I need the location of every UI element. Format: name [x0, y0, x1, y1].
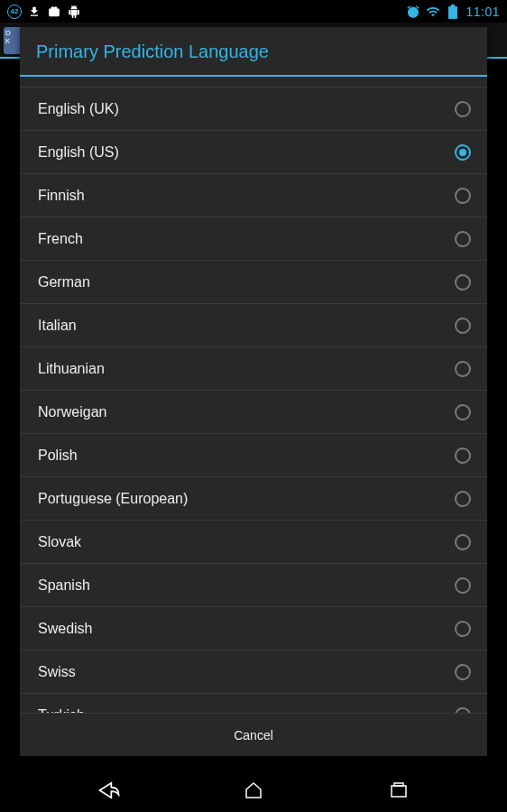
language-label: Swedish [38, 621, 455, 637]
status-right: 11:01 [406, 5, 500, 19]
language-label: Finnish [38, 188, 455, 204]
language-label: Norweigan [38, 404, 455, 420]
language-label: Spanish [38, 577, 455, 594]
dialog-list[interactable]: English (CA)English (UK)English (US)Finn… [20, 77, 487, 713]
radio-icon [455, 144, 471, 161]
wifi-icon [426, 5, 440, 19]
back-button[interactable] [73, 769, 145, 812]
recent-apps-button[interactable] [363, 769, 435, 812]
language-option[interactable]: Spanish [20, 564, 487, 607]
language-option[interactable]: Slovak [20, 521, 487, 564]
language-label: Slovak [38, 534, 455, 550]
radio-icon [455, 231, 471, 247]
status-left: 42 [7, 5, 81, 19]
radio-icon [455, 448, 471, 464]
radio-icon [455, 577, 471, 594]
language-option[interactable]: English (CA) [20, 77, 487, 88]
language-option[interactable]: French [20, 217, 487, 261]
language-label: Italian [38, 318, 455, 334]
language-label: German [38, 274, 455, 291]
language-label: English (UK) [38, 101, 455, 117]
home-button[interactable] [217, 769, 290, 812]
language-label: Portuguese (European) [38, 491, 455, 507]
language-option[interactable]: Norweigan [20, 391, 487, 434]
language-option[interactable]: Italian [20, 304, 487, 347]
notification-badge: 42 [7, 5, 22, 19]
language-option[interactable]: Swedish [20, 607, 487, 651]
radio-icon [455, 274, 471, 291]
svg-rect-0 [392, 786, 406, 797]
radio-icon [455, 534, 471, 550]
language-option[interactable]: Finnish [20, 174, 487, 217]
language-option[interactable]: English (US) [20, 131, 487, 174]
language-label: Turkish [38, 707, 455, 714]
language-option[interactable]: English (UK) [20, 88, 487, 131]
language-dialog: Primary Prediction Language English (CA)… [20, 27, 487, 756]
language-label: French [38, 231, 455, 247]
language-label: Polish [38, 448, 455, 464]
alarm-icon [406, 5, 420, 19]
language-option[interactable]: Turkish [20, 694, 487, 713]
language-option[interactable]: Portuguese (European) [20, 477, 487, 521]
radio-icon [455, 318, 471, 334]
download-icon [27, 5, 41, 19]
language-label: Lithuanian [38, 361, 455, 377]
radio-icon [455, 491, 471, 507]
status-bar: 42 11:01 [0, 0, 507, 23]
radio-icon [455, 621, 471, 637]
radio-icon [455, 188, 471, 204]
svg-rect-1 [394, 783, 403, 786]
cancel-button[interactable]: Cancel [20, 713, 487, 756]
language-option[interactable]: Lithuanian [20, 347, 487, 391]
language-label: Swiss [38, 664, 455, 680]
language-option[interactable]: Polish [20, 434, 487, 477]
android-icon [67, 5, 81, 19]
radio-icon [455, 707, 471, 714]
status-time: 11:01 [466, 5, 500, 19]
radio-icon [455, 404, 471, 420]
dialog-title: Primary Prediction Language [20, 27, 487, 77]
navigation-bar [0, 769, 507, 812]
battery-icon [446, 5, 460, 19]
radio-icon [455, 664, 471, 680]
language-label: English (US) [38, 144, 455, 161]
radio-icon [455, 361, 471, 377]
language-option[interactable]: German [20, 261, 487, 304]
language-option[interactable]: Swiss [20, 651, 487, 694]
play-store-icon [47, 5, 61, 19]
radio-icon [455, 101, 471, 117]
